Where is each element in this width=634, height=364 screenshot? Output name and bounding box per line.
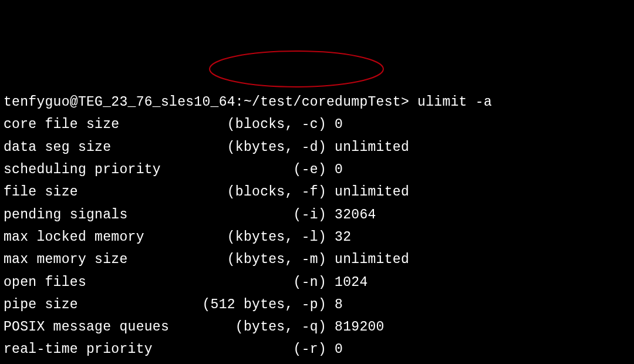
ulimit-row: open files (-n) 1024: [4, 271, 630, 294]
prompt-line[interactable]: tenfyguo@TEG_23_76_sles10_64:~/test/core…: [4, 91, 630, 113]
ulimit-row: stack size (kbytes, -s) 8192: [4, 361, 630, 364]
ulimit-row: max memory size (kbytes, -m) unlimited: [4, 248, 630, 271]
ulimit-row: core file size (blocks, -c) 0: [4, 113, 630, 136]
ulimit-row: file size (blocks, -f) unlimited: [4, 181, 630, 203]
ulimit-row: pipe size (512 bytes, -p) 8: [4, 294, 630, 316]
ulimit-row: scheduling priority (-e) 0: [4, 159, 630, 181]
ulimit-row: pending signals (-i) 32064: [4, 204, 630, 226]
terminal-output: tenfyguo@TEG_23_76_sles10_64:~/test/core…: [4, 91, 630, 364]
ulimit-row: data seg size (kbytes, -d) unlimited: [4, 136, 630, 159]
ulimit-row: POSIX message queues (bytes, -q) 819200: [4, 316, 630, 338]
svg-point-0: [210, 51, 383, 87]
ulimit-row: real-time priority (-r) 0: [4, 338, 630, 360]
ulimit-row: max locked memory (kbytes, -l) 32: [4, 226, 630, 248]
